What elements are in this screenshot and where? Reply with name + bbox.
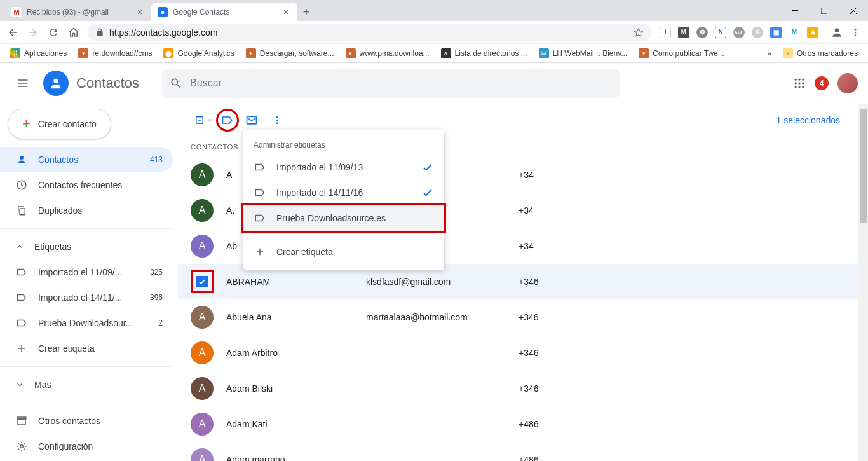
sidebar-other-contacts[interactable]: Otros contactos [0, 408, 173, 434]
close-icon[interactable]: × [135, 7, 145, 17]
forward-button[interactable] [24, 24, 42, 41]
contact-avatar: A [191, 413, 214, 436]
manage-labels-button[interactable] [216, 109, 239, 132]
browser-tab-contacts[interactable]: ● Google Contacts × [151, 3, 297, 21]
ext-icon[interactable]: M [675, 24, 693, 41]
sidebar-label[interactable]: Prueba Downloadsour... 2 [0, 310, 173, 336]
maximize-button[interactable] [810, 0, 839, 21]
contact-row[interactable]: AAbuela Anamartaalaaa@hotmail.com+346 [178, 299, 868, 335]
bookmark[interactable]: ⬤Google Analytics [158, 46, 239, 61]
apps-icon: ⠿ [10, 48, 20, 58]
address-bar[interactable]: https://contacts.google.com [88, 24, 651, 41]
sidebar-item-label: Contactos [38, 155, 78, 165]
minimize-button[interactable] [780, 0, 810, 21]
contact-row[interactable]: AAdam Bilski+346 [178, 371, 868, 406]
close-window-button[interactable] [839, 0, 868, 21]
contact-avatar: A [191, 163, 214, 186]
bookmark[interactable]: ▾re:download//cms [73, 46, 157, 61]
ext-icon[interactable]: ABP [730, 24, 748, 41]
dropdown-create-label[interactable]: Crear etiqueta [243, 239, 444, 265]
dropdown-label-item[interactable]: Importado el 14/11/16 [243, 180, 444, 205]
sidebar-label[interactable]: Importado el 11/09/... 325 [0, 259, 173, 285]
email-button[interactable] [239, 107, 264, 133]
contacts-logo [43, 71, 69, 96]
sidebar-create-label[interactable]: Crear etiqueta [0, 336, 173, 361]
other-bookmarks[interactable]: ▪Otros marcadores [778, 46, 863, 61]
svg-point-10 [795, 82, 797, 84]
chrome-menu-button[interactable] [846, 24, 864, 41]
svg-point-14 [798, 86, 800, 88]
svg-point-7 [795, 79, 797, 81]
contact-row[interactable]: AAdam marrano+486 [178, 442, 868, 461]
ext-icon[interactable]: I [656, 24, 674, 41]
notifications-badge[interactable]: 4 [815, 76, 829, 90]
bookmark[interactable]: ▾Descargar, software... [241, 46, 339, 61]
bookmarks-overflow[interactable]: » [762, 46, 776, 61]
sidebar-more[interactable]: Mas [0, 372, 173, 397]
select-all-button[interactable] [191, 107, 216, 133]
home-button[interactable] [65, 24, 83, 41]
new-tab-button[interactable]: + [297, 3, 315, 21]
sidebar-item-duplicates[interactable]: Duplicados [0, 198, 173, 223]
more-actions-button[interactable] [264, 107, 290, 133]
contact-name: ABRAHAM [226, 277, 353, 287]
bookmark-apps[interactable]: ⠿Aplicaciones [5, 46, 72, 61]
bookmark[interactable]: ✉LH WebMail :: Bienv... [534, 46, 633, 61]
contact-row[interactable]: AAdam Kati+486 [178, 406, 868, 442]
ext-icon[interactable]: ⚙ [693, 24, 711, 41]
main-menu-button[interactable] [10, 71, 36, 96]
row-checkbox[interactable] [191, 270, 214, 293]
chevron-down-icon [15, 380, 24, 389]
browser-tab-gmail[interactable]: M Recibidos (93) - @gmail × [5, 3, 151, 21]
ext-icon[interactable]: K [749, 24, 766, 41]
bookmark-icon: ▾ [78, 48, 88, 58]
search-input[interactable] [190, 78, 612, 89]
account-avatar[interactable] [837, 73, 858, 93]
close-icon[interactable]: × [281, 7, 291, 17]
plus-icon: + [22, 116, 31, 132]
label-icon [15, 317, 28, 329]
bookmark[interactable]: ▾Como publicar Twe... [634, 46, 729, 61]
bookmark[interactable]: aLista de directorios ... [436, 46, 532, 61]
reload-button[interactable] [44, 24, 62, 41]
scrollbar[interactable] [858, 104, 868, 461]
sidebar-settings[interactable]: Configuración [0, 434, 173, 459]
contact-phone: +34 [519, 205, 534, 216]
dropdown-label-item[interactable]: Importado el 11/09/13 [243, 155, 444, 180]
sidebar-item-label: Contactos frecuentes [38, 180, 122, 190]
ext-icon[interactable]: ▦ [767, 24, 785, 41]
ext-icon[interactable]: M [785, 24, 803, 41]
copy-icon [15, 205, 28, 216]
dropdown-item-label: Crear etiqueta [276, 247, 333, 257]
contact-avatar: A [191, 306, 214, 329]
contact-row[interactable]: AAdam Arbitro+346 [178, 335, 868, 371]
dropdown-label-item[interactable]: Prueba Downloadsource.es [243, 205, 444, 231]
search-box[interactable] [162, 69, 620, 98]
sidebar-item-frequent[interactable]: Contactos frecuentes [0, 172, 173, 198]
browser-tabs: M Recibidos (93) - @gmail × ● Google Con… [0, 0, 780, 21]
contact-phone: +34 [519, 241, 534, 251]
label-icon [15, 266, 28, 278]
browser-toolbar: https://contacts.google.com I M ⚙ N ABP … [0, 21, 868, 44]
bookmark-icon: a [441, 48, 451, 58]
svg-point-3 [855, 29, 857, 31]
bookmark-icon: ✉ [539, 48, 549, 58]
create-contact-button[interactable]: + Crear contacto [8, 109, 111, 139]
sidebar-labels-header[interactable]: Etiquetas [0, 234, 173, 259]
svg-point-15 [802, 86, 804, 88]
bookmark[interactable]: ▾www.pma.downloa... [341, 46, 435, 61]
ext-icon[interactable]: N [712, 24, 729, 41]
contact-avatar: A [191, 199, 214, 222]
dropdown-item-label: Prueba Downloadsource.es [276, 213, 386, 223]
ext-icon[interactable]: ♟ [804, 24, 822, 41]
apps-grid-button[interactable] [793, 77, 806, 90]
star-icon[interactable] [634, 27, 644, 38]
profile-button[interactable] [828, 24, 846, 41]
sidebar-label[interactable]: Importado el 14/11/... 396 [0, 285, 173, 310]
check-icon [421, 161, 434, 174]
svg-point-21 [20, 445, 24, 448]
sidebar-item-contacts[interactable]: Contactos 413 [0, 147, 173, 172]
sidebar-item-label: Importado el 11/09/... [38, 267, 122, 277]
archive-icon [15, 415, 28, 427]
back-button[interactable] [4, 24, 22, 41]
